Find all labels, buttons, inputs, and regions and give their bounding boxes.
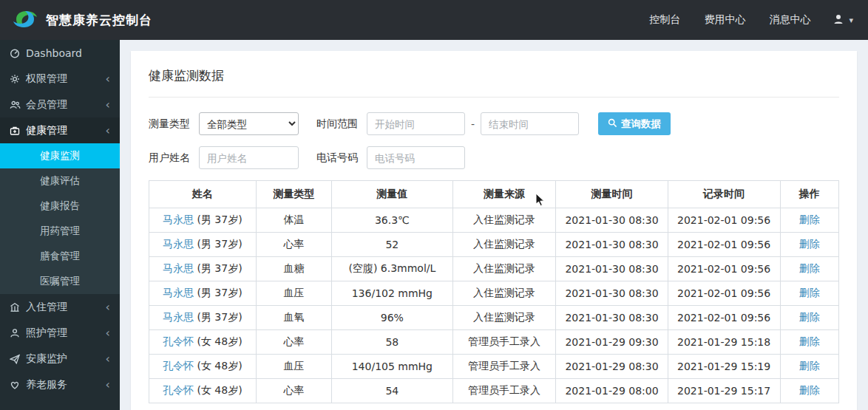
patient-meta: (男 37岁): [197, 311, 242, 323]
sidebar-item-health[interactable]: 健康管理 ‹: [0, 117, 120, 143]
cell-actions: 删除: [780, 330, 838, 355]
patient-meta: (男 37岁): [197, 238, 242, 250]
cell-recorded: 2021-01-29 15:17: [668, 379, 780, 403]
health-submenu: 健康监测 健康评估 健康报告 用药管理 膳食管理 医嘱管理: [0, 143, 120, 294]
health-data-table: 姓名 测量类型 测量值 测量来源 测量时间 记录时间 操作 马永思 (男 37岁…: [149, 180, 839, 403]
cell-name: 马永思 (男 37岁): [149, 208, 257, 233]
table-row: 马永思 (男 37岁) 体温 36.3℃ 入住监测记录 2021-01-30 0…: [149, 208, 839, 233]
submenu-item-health-report[interactable]: 健康报告: [0, 194, 120, 219]
submenu-item-health-assess[interactable]: 健康评估: [0, 168, 120, 194]
filter-form: 测量类型 全部类型 时间范围 - 查询数据: [149, 112, 839, 169]
cell-measured: 2021-01-30 08:30: [556, 208, 668, 233]
col-header-value: 测量值: [332, 181, 452, 208]
delete-link[interactable]: 删除: [799, 384, 820, 396]
cell-actions: 删除: [780, 281, 838, 306]
cell-type: 血压: [256, 281, 332, 306]
patient-name-link[interactable]: 孔令怀: [163, 360, 194, 372]
sidebar-item-label: 养老服务: [26, 378, 106, 392]
sidebar-item-monitor[interactable]: 安康监护 ‹: [0, 346, 120, 372]
patient-meta: (男 37岁): [197, 213, 242, 225]
sidebar-item-elder-service[interactable]: 养老服务 ‹: [0, 372, 120, 397]
nav-link-billing[interactable]: 费用中心: [692, 0, 757, 40]
cell-type: 心率: [256, 233, 332, 257]
cell-source: 管理员手工录入: [452, 330, 556, 355]
col-header-name: 姓名: [149, 181, 257, 208]
delete-link[interactable]: 删除: [799, 238, 820, 250]
cell-value: 54: [332, 379, 452, 403]
submenu-item-medication[interactable]: 用药管理: [0, 219, 120, 244]
patient-name-link[interactable]: 马永思: [163, 287, 194, 298]
patient-name-link[interactable]: 马永思: [163, 262, 194, 274]
brand[interactable]: 智慧康养云控制台: [0, 8, 164, 33]
chevron-left-icon: ‹: [106, 327, 110, 339]
delete-link[interactable]: 删除: [799, 287, 820, 298]
person-icon: [10, 328, 26, 338]
patient-name-link[interactable]: 马永思: [163, 213, 194, 225]
filter-row-2: 用户姓名 电话号码: [149, 146, 839, 169]
nav-link-console[interactable]: 控制台: [637, 0, 692, 40]
dashboard-icon: [10, 48, 26, 58]
submenu-item-doctor-orders[interactable]: 医嘱管理: [0, 269, 120, 294]
heart-icon: [10, 380, 26, 390]
patient-name-link[interactable]: 马永思: [163, 238, 194, 250]
cell-source: 入住监测记录: [452, 306, 556, 330]
cell-value: 52: [332, 233, 452, 257]
measure-type-label: 测量类型: [149, 117, 190, 131]
patient-name-link[interactable]: 孔令怀: [163, 384, 194, 396]
chevron-left-icon: ‹: [106, 125, 110, 137]
table-row: 马永思 (男 37岁) 心率 52 入住监测记录 2021-01-30 08:3…: [149, 233, 839, 257]
submenu-item-diet[interactable]: 膳食管理: [0, 244, 120, 269]
chevron-left-icon: ‹: [106, 353, 110, 365]
col-header-actions: 操作: [780, 181, 838, 208]
sidebar-item-checkin[interactable]: 入住管理 ‹: [0, 294, 120, 320]
cell-value: (空腹) 6.3mmol/L: [332, 257, 452, 281]
search-icon: [608, 118, 617, 130]
cell-measured: 2021-01-30 08:30: [556, 281, 668, 306]
delete-link[interactable]: 删除: [799, 311, 820, 323]
username-input[interactable]: [199, 146, 299, 169]
delete-link[interactable]: 删除: [799, 262, 820, 274]
cell-name: 孔令怀 (女 48岁): [149, 355, 257, 379]
cell-recorded: 2021-02-01 09:56: [668, 257, 780, 281]
cell-source: 入住监测记录: [452, 208, 556, 233]
col-header-type: 测量类型: [256, 181, 332, 208]
cell-source: 入住监测记录: [452, 281, 556, 306]
delete-link[interactable]: 删除: [799, 360, 820, 372]
filter-row-1: 测量类型 全部类型 时间范围 - 查询数据: [149, 112, 839, 135]
col-header-recorded: 记录时间: [668, 181, 780, 208]
start-time-input[interactable]: [367, 112, 465, 135]
users-icon: [10, 100, 26, 110]
query-button[interactable]: 查询数据: [598, 112, 671, 135]
phone-input[interactable]: [367, 146, 465, 169]
sidebar-item-members[interactable]: 会员管理 ‹: [0, 92, 120, 117]
cell-source: 入住监测记录: [452, 233, 556, 257]
delete-link[interactable]: 删除: [799, 335, 820, 347]
sidebar-item-label: 健康管理: [26, 124, 106, 137]
delete-link[interactable]: 删除: [799, 213, 820, 225]
patient-name-link[interactable]: 马永思: [163, 311, 194, 323]
sidebar-item-dashboard[interactable]: Dashboard: [0, 40, 120, 66]
chevron-left-icon: ‹: [106, 379, 110, 391]
cell-value: 136/102 mmHg: [332, 281, 452, 306]
nav-link-messages[interactable]: 消息中心: [757, 0, 822, 40]
end-time-input[interactable]: [481, 112, 579, 135]
app-title: 智慧康养云控制台: [46, 12, 152, 29]
sidebar-item-care[interactable]: 照护管理 ‹: [0, 320, 120, 346]
sidebar-item-permissions[interactable]: 权限管理 ‹: [0, 66, 120, 92]
submenu-item-health-monitor[interactable]: 健康监测: [0, 143, 120, 168]
table-row: 马永思 (男 37岁) 血压 136/102 mmHg 入住监测记录 2021-…: [149, 281, 839, 306]
cell-measured: 2021-01-29 08:30: [556, 355, 668, 379]
cell-name: 孔令怀 (女 48岁): [149, 330, 257, 355]
table-row: 孔令怀 (女 48岁) 血压 140/105 mmHg 管理员手工录入 2021…: [149, 355, 839, 379]
user-menu[interactable]: ▾: [822, 0, 868, 40]
table-row: 马永思 (男 37岁) 血氧 96% 入住监测记录 2021-01-30 08:…: [149, 306, 839, 330]
cell-name: 孔令怀 (女 48岁): [149, 379, 257, 403]
sidebar-item-label: 会员管理: [26, 98, 106, 112]
cell-actions: 删除: [780, 208, 838, 233]
cell-name: 马永思 (男 37岁): [149, 306, 257, 330]
patient-meta: (男 37岁): [197, 262, 242, 274]
measure-type-select[interactable]: 全部类型: [199, 112, 299, 135]
cell-value: 96%: [332, 306, 452, 330]
patient-name-link[interactable]: 孔令怀: [163, 335, 194, 347]
cell-type: 心率: [256, 379, 332, 403]
